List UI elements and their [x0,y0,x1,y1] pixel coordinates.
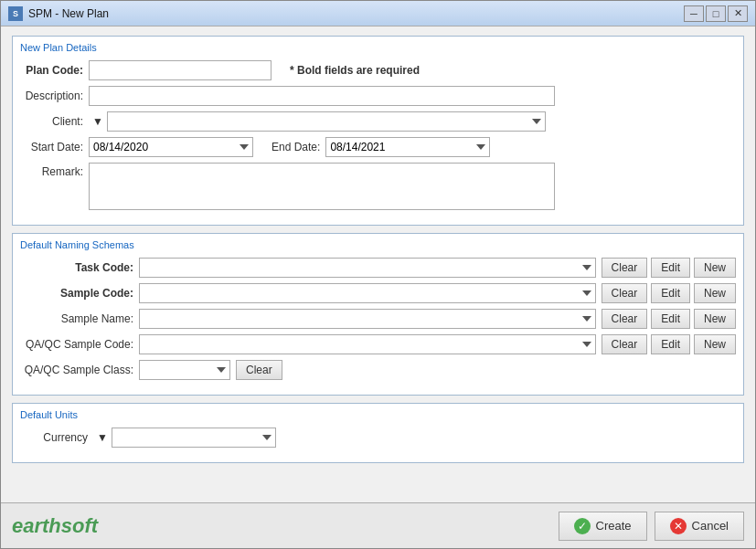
sample-name-edit-button[interactable]: Edit [651,309,690,329]
qaqc-sample-code-buttons: Clear Edit New [602,334,736,354]
qaqc-sample-code-label: QA/QC Sample Code: [20,338,139,351]
sample-name-clear-button[interactable]: Clear [602,309,648,329]
sample-code-buttons: Clear Edit New [602,283,736,303]
client-row: Client: ▼ [20,111,736,132]
currency-row: Currency ▼ [20,428,736,448]
cancel-button[interactable]: ✕ Cancel [655,512,744,541]
plan-code-row: Plan Code: * Bold fields are required [20,60,736,80]
footer: earthsoft ✓ Create ✕ Cancel [1,502,755,548]
default-units-title: Default Units [20,409,736,420]
sample-name-select[interactable] [139,309,596,329]
main-window: S SPM - New Plan ─ □ ✕ New Plan Details … [0,0,756,549]
sample-name-row: Sample Name: Clear Edit New [20,309,736,329]
end-date-select[interactable]: 08/14/2021 [325,137,490,157]
plan-code-label: Plan Code: [20,64,89,77]
task-code-clear-button[interactable]: Clear [602,258,648,278]
qaqc-sample-code-new-button[interactable]: New [694,334,736,354]
create-button[interactable]: ✓ Create [559,512,647,541]
cancel-icon: ✕ [670,518,687,534]
qaqc-class-clear-button[interactable]: Clear [236,360,282,380]
start-date-select[interactable]: 08/14/2020 [89,137,253,157]
currency-label: Currency [20,431,93,444]
remark-label: Remark: [20,163,89,178]
sample-name-new-button[interactable]: New [694,309,736,329]
sample-code-row: Sample Code: Clear Edit New [20,283,736,303]
naming-schemas-title: Default Naming Schemas [20,239,736,250]
sample-code-label: Sample Code: [20,287,139,300]
task-code-edit-button[interactable]: Edit [651,258,690,278]
sample-code-clear-button[interactable]: Clear [602,283,648,303]
description-row: Description: [20,86,736,106]
plan-code-input[interactable] [89,60,272,80]
qaqc-sample-code-edit-button[interactable]: Edit [651,334,690,354]
qaqc-sample-class-select[interactable] [139,360,230,380]
title-bar: S SPM - New Plan ─ □ ✕ [1,1,755,26]
client-label: Client: [20,115,89,128]
new-plan-details-section: New Plan Details Plan Code: * Bold field… [12,36,744,226]
qaqc-sample-class-label: QA/QC Sample Class: [20,364,139,376]
remark-textarea[interactable] [89,163,555,210]
window-title: SPM - New Plan [28,7,109,20]
sample-code-new-button[interactable]: New [694,283,736,303]
create-button-label: Create [596,519,632,533]
qaqc-sample-code-row: QA/QC Sample Code: Clear Edit New [20,334,736,354]
currency-dropdown-button[interactable]: ▼ [93,431,112,444]
cancel-button-label: Cancel [692,519,729,533]
remark-row: Remark: [20,163,736,210]
task-code-label: Task Code: [20,261,139,274]
sample-name-buttons: Clear Edit New [602,309,736,329]
default-naming-schemas-section: Default Naming Schemas Task Code: Clear … [12,233,744,396]
description-input[interactable] [89,86,555,106]
content-area: New Plan Details Plan Code: * Bold field… [1,26,755,502]
task-code-new-button[interactable]: New [694,258,736,278]
check-icon: ✓ [574,518,591,534]
required-note: * Bold fields are required [290,64,420,77]
close-button[interactable]: ✕ [728,5,748,22]
sample-name-label: Sample Name: [20,312,139,325]
task-code-buttons: Clear Edit New [602,258,736,278]
title-bar-left: S SPM - New Plan [8,6,109,21]
minimize-button[interactable]: ─ [684,5,704,22]
description-label: Description: [20,90,89,102]
qaqc-sample-code-select[interactable] [139,334,596,354]
brand-logo: earthsoft [12,514,98,538]
start-date-label: Start Date: [20,141,89,153]
currency-select[interactable] [112,428,276,448]
date-row: Start Date: 08/14/2020 End Date: 08/14/2… [20,137,736,157]
end-date-label: End Date: [272,141,320,153]
sample-code-edit-button[interactable]: Edit [651,283,690,303]
default-units-section: Default Units Currency ▼ [12,403,744,463]
window-icon: S [8,6,23,21]
qaqc-sample-class-row: QA/QC Sample Class: Clear [20,360,736,380]
new-plan-details-title: New Plan Details [20,42,736,53]
task-code-row: Task Code: Clear Edit New [20,258,736,278]
footer-buttons: ✓ Create ✕ Cancel [559,512,745,541]
title-bar-controls: ─ □ ✕ [684,5,748,22]
client-dropdown-button[interactable]: ▼ [89,115,107,128]
maximize-button[interactable]: □ [706,5,726,22]
sample-code-select[interactable] [139,283,596,303]
qaqc-sample-code-clear-button[interactable]: Clear [602,334,648,354]
task-code-select[interactable] [139,258,596,278]
client-select[interactable] [107,111,546,132]
